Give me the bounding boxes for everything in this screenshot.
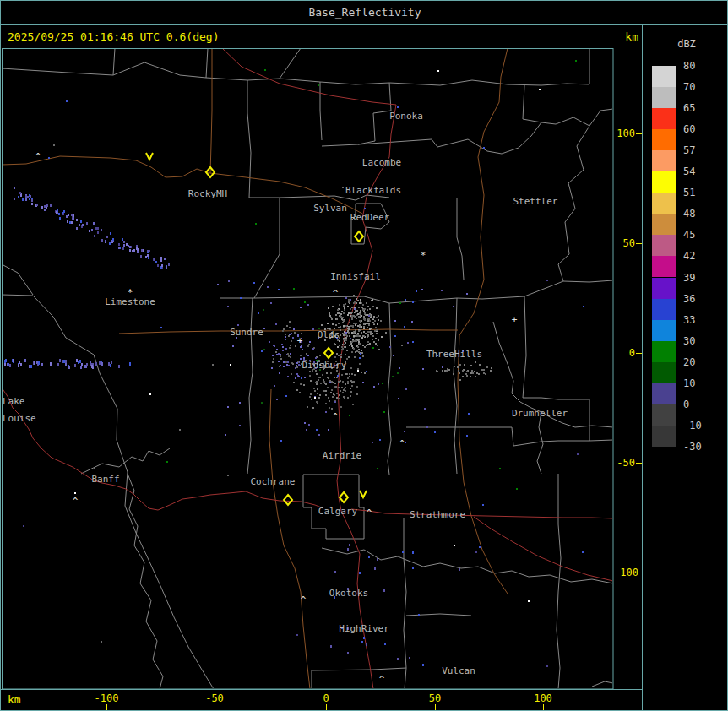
colorbar-tick-label: 30 (683, 335, 695, 347)
county-boundary-line (322, 109, 613, 154)
echo-layer (4, 60, 584, 667)
bottom-axis-tick-mark (326, 704, 327, 710)
county-boundary-line (358, 83, 391, 144)
colorbar-tick-label: 70 (683, 81, 695, 93)
city-label-limestone: Limestone (105, 296, 155, 307)
star-poi-icon: * (421, 250, 426, 261)
city-label-airdrie: Airdrie (323, 450, 361, 461)
scan-timestamp: 2025/09/25 01:16:46 UTC 0.6(deg) (8, 30, 219, 43)
county-boundary-line (247, 80, 251, 198)
caret-poi-icon: ^ (35, 151, 41, 162)
site-v-icon (360, 491, 367, 497)
colorbar-tick-label: 48 (683, 208, 695, 220)
city-label-ponoka: Ponoka (389, 111, 423, 122)
colorbar-swatch-20-30 (652, 341, 676, 362)
colorbar-tick-label: -10 (683, 420, 702, 431)
right-axis-tick-mark (636, 133, 642, 134)
major-highway-line (2, 388, 323, 510)
city-label-threehills: ThreeHills (426, 349, 482, 360)
county-boundary-line (454, 298, 457, 474)
radar-site-diamond-icon (284, 495, 292, 505)
caret-poi-icon: ^ (301, 594, 307, 605)
colorbar-tick-label: 0 (683, 399, 689, 410)
colorbar-tick-label: 42 (683, 250, 695, 262)
city-label-drumheller: Drumheller (512, 408, 568, 419)
caret-poi-icon: ^ (399, 438, 405, 449)
county-boundary-line (128, 474, 163, 689)
colorbar-tick-label: 54 (683, 166, 695, 177)
right-axis-tick-label: 50 (614, 237, 635, 249)
county-boundary-line (322, 548, 613, 583)
secondary-highway-line (2, 156, 210, 177)
city-label-rockymh: RockyMH (188, 188, 227, 199)
colorbar-tick-label: -30 (683, 441, 702, 453)
colorbar-swatch-30-33 (652, 320, 676, 341)
city-label-reddeer: RedDeer (350, 212, 390, 223)
county-boundary-line (589, 399, 613, 441)
county-boundary-line (2, 295, 214, 689)
right-axis-tick-mark (636, 463, 642, 464)
colorbar-swatch-10-20 (652, 362, 676, 383)
city-label-okotoks: Okotoks (329, 588, 368, 599)
colorbar-tick-label: 60 (683, 123, 695, 135)
county-boundary-line (320, 82, 322, 140)
colorbar-swatch-48-51 (652, 193, 676, 214)
right-axis-tick-mark (636, 573, 642, 573)
county-boundary-line (457, 198, 464, 280)
colorbar-swatch-65-70 (652, 87, 676, 108)
right-axis-tick-label: 100 (614, 128, 635, 139)
colorbar-swatch-36-39 (652, 278, 676, 299)
county-boundary-line (557, 474, 561, 689)
panel-divider (642, 24, 643, 711)
caret-poi-icon: ^ (73, 496, 79, 507)
county-boundary-line (406, 614, 471, 616)
right-axis-tick-label: -50 (614, 457, 635, 469)
colorbar-swatch-42-45 (652, 235, 676, 256)
city-label-olds: Olds (318, 329, 340, 340)
city-label-banff: Banff (91, 474, 119, 485)
county-boundary-line (312, 668, 406, 689)
county-boundary-line (280, 48, 589, 85)
colorbar-tick-label: 36 (683, 293, 695, 305)
colorbar-swatch-39-42 (652, 256, 676, 277)
colorbar-swatch-51-54 (652, 171, 676, 193)
caret-poi-icon: ^ (367, 507, 372, 518)
city-label-lacombe: Lacombe (362, 157, 401, 168)
right-axis-tick-mark (636, 353, 642, 354)
bottom-axis-tick-label: 50 (416, 692, 454, 704)
colorbar-swatch--10-0 (652, 404, 676, 426)
bottom-axis-tick-mark (215, 704, 215, 710)
colorbar-swatch-45-48 (652, 214, 676, 235)
county-boundary-line (523, 296, 589, 399)
colorbar-tick-label: 65 (683, 102, 695, 114)
bottom-axis-tick-mark (435, 704, 436, 710)
radar-map[interactable]: **++^^^^^^^^ PonokaLacombeBlackfaldsSylv… (1, 47, 614, 690)
colorbar-swatch--30--10 (652, 426, 676, 447)
city-label-blackfalds: Blackfalds (345, 185, 401, 196)
county-boundary-line (592, 681, 613, 687)
secondary-highway-line (210, 48, 212, 173)
county-boundary-line (81, 448, 170, 474)
county-boundary-line (404, 518, 406, 689)
city-label-cochrane: Cochrane (251, 476, 296, 487)
caret-poi-icon: ^ (379, 674, 385, 685)
city-label-calgary: Calgary (318, 506, 358, 517)
city-label-vulcan: Vulcan (442, 665, 475, 676)
city-label-didsbury: Didsbury (302, 360, 347, 371)
city-label-stettler: Stettler (513, 196, 558, 207)
caret-poi-icon: ^ (333, 411, 339, 422)
bottom-axis-unit: km (8, 693, 21, 706)
axis-divider (1, 689, 643, 690)
county-boundary-line (2, 48, 115, 75)
bottom-axis-tick-label: 100 (524, 692, 562, 704)
cross-poi-icon: + (297, 335, 303, 346)
radar-site-diamond-icon (324, 348, 333, 358)
county-boundary-line (523, 85, 541, 122)
radar-app-window: Base_Reflectivity 2025/09/25 01:16:46 UT… (0, 0, 728, 711)
county-boundary-line (2, 264, 33, 295)
colorbar-tick-label: 33 (683, 314, 695, 326)
colorbar-swatch-0-10 (652, 383, 676, 404)
major-highway-line (474, 517, 613, 581)
colorbar-swatch-54-57 (652, 150, 676, 171)
city-label-lake: Lake (3, 396, 25, 407)
